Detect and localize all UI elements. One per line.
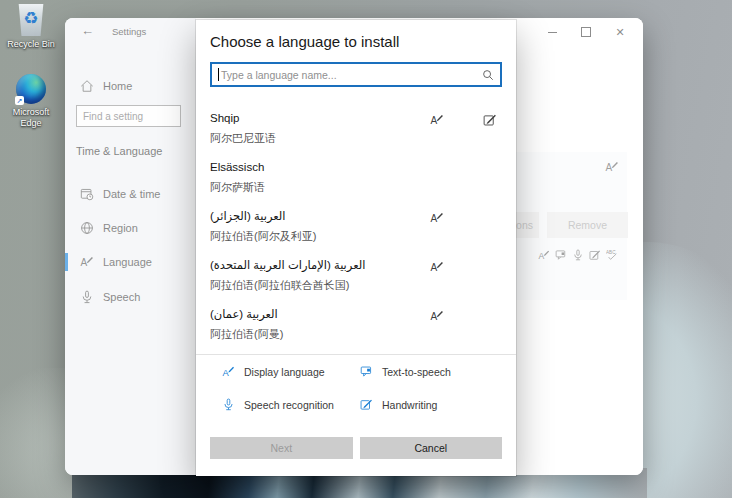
shortcut-arrow-icon: ↗ bbox=[15, 96, 24, 105]
dialog-buttons: Next Cancel bbox=[210, 437, 502, 459]
display-language-icon bbox=[430, 260, 444, 274]
legend-speech-recognition: Speech recognition bbox=[222, 398, 360, 411]
language-row-arabic-uae[interactable]: العربية (الإمارات العربية المتحدة) 阿拉伯语(… bbox=[196, 251, 516, 300]
display-language-icon bbox=[430, 113, 444, 127]
dialog-title: Choose a language to install bbox=[210, 33, 502, 50]
display-language-icon bbox=[430, 211, 444, 225]
language-row-shqip[interactable]: Shqip 阿尔巴尼亚语 bbox=[196, 104, 516, 153]
legend-text-to-speech: Text-to-speech bbox=[360, 365, 502, 378]
microphone-icon bbox=[222, 398, 235, 411]
recycle-bin-icon: ♻ bbox=[17, 4, 45, 36]
display-language-icon bbox=[222, 365, 235, 378]
search-placeholder: Type a language name... bbox=[221, 69, 482, 81]
choose-language-dialog: Choose a language to install Type a lang… bbox=[196, 20, 516, 476]
language-list: Shqip 阿尔巴尼亚语 Elsässisch 阿尔萨斯语 العربية (ا… bbox=[196, 104, 516, 349]
display-language-icon bbox=[430, 309, 444, 323]
edge-label: Microsoft Edge bbox=[6, 107, 56, 129]
handwriting-icon bbox=[360, 398, 373, 411]
legend-display-language: Display language bbox=[222, 365, 360, 378]
search-icon bbox=[482, 69, 494, 81]
next-button[interactable]: Next bbox=[210, 437, 353, 459]
recycle-bin-shortcut[interactable]: ♻ Recycle Bin bbox=[6, 4, 56, 50]
handwriting-icon bbox=[483, 113, 497, 127]
edge-icon: ↗ bbox=[16, 74, 46, 104]
recycle-bin-label: Recycle Bin bbox=[6, 39, 56, 50]
microsoft-edge-shortcut[interactable]: ↗ Microsoft Edge bbox=[6, 74, 56, 129]
language-search-input[interactable]: Type a language name... bbox=[210, 62, 502, 87]
language-row-elsassisch[interactable]: Elsässisch 阿尔萨斯语 bbox=[196, 153, 516, 202]
feature-legend: Display language Text-to-speech Speech r… bbox=[196, 355, 516, 411]
cancel-button[interactable]: Cancel bbox=[360, 437, 503, 459]
legend-handwriting: Handwriting bbox=[360, 398, 502, 411]
language-row-arabic-algeria[interactable]: العربية (الجزائر) 阿拉伯语(阿尔及利亚) bbox=[196, 202, 516, 251]
text-cursor bbox=[218, 68, 219, 81]
language-row-arabic-oman[interactable]: العربية (عمان) 阿拉伯语(阿曼) bbox=[196, 300, 516, 349]
text-to-speech-icon bbox=[360, 365, 373, 378]
